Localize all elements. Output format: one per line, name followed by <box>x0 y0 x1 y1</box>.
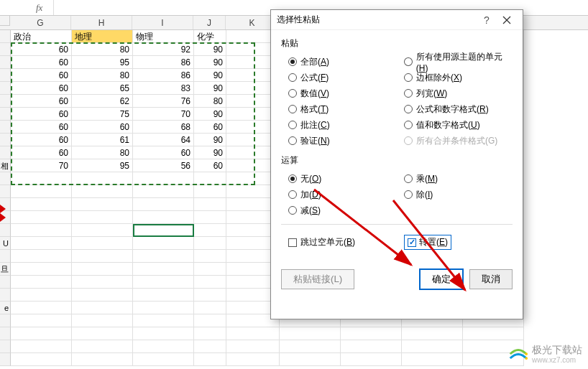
cell[interactable] <box>194 224 226 237</box>
cell[interactable] <box>11 314 72 327</box>
cell[interactable] <box>194 353 226 366</box>
cell[interactable]: 60 <box>72 121 133 134</box>
cell[interactable] <box>11 263 72 276</box>
cell[interactable] <box>133 263 194 276</box>
cell[interactable] <box>133 340 194 353</box>
row-header[interactable] <box>0 146 11 159</box>
cell[interactable]: 80 <box>194 95 226 108</box>
cell[interactable] <box>72 289 133 302</box>
cell[interactable] <box>463 327 524 340</box>
cell[interactable] <box>72 198 133 211</box>
cell[interactable] <box>72 276 133 289</box>
cell[interactable] <box>133 250 194 263</box>
cell[interactable] <box>194 237 226 250</box>
cell[interactable]: 地理 <box>72 30 133 43</box>
cell[interactable] <box>11 211 72 224</box>
cell[interactable] <box>72 172 133 185</box>
cell[interactable] <box>11 289 72 302</box>
cell[interactable] <box>226 353 280 366</box>
row-header[interactable] <box>0 56 11 69</box>
cell[interactable]: 60 <box>194 121 226 134</box>
cell[interactable] <box>194 172 226 185</box>
row-header[interactable] <box>0 69 11 82</box>
cell[interactable] <box>194 340 226 353</box>
cell[interactable] <box>11 198 72 211</box>
cell[interactable]: 61 <box>72 134 133 146</box>
cell[interactable] <box>11 224 72 237</box>
cell[interactable] <box>226 327 280 340</box>
radio-option[interactable]: 公式和数字格式(R) <box>404 101 513 117</box>
row-header[interactable] <box>0 314 11 327</box>
cell[interactable]: 90 <box>194 43 226 56</box>
cell[interactable] <box>194 289 226 302</box>
row-header[interactable] <box>0 30 11 43</box>
cell[interactable] <box>194 327 226 340</box>
row-header[interactable] <box>0 327 11 340</box>
cancel-button[interactable]: 取消 <box>469 269 513 289</box>
cell[interactable] <box>341 340 402 353</box>
cell[interactable] <box>11 353 72 366</box>
row-header[interactable] <box>0 43 11 56</box>
row-header[interactable]: e <box>0 302 11 314</box>
skip-blanks-checkbox[interactable]: 跳过空单元(B) <box>288 235 397 250</box>
cell[interactable]: 65 <box>72 82 133 95</box>
cell[interactable]: 60 <box>11 56 72 69</box>
cell[interactable] <box>133 198 194 211</box>
cell[interactable] <box>72 224 133 237</box>
radio-option[interactable]: 批注(C) <box>288 117 397 133</box>
cell[interactable] <box>341 327 402 340</box>
cell[interactable] <box>194 250 226 263</box>
cell[interactable]: 80 <box>72 146 133 159</box>
cell[interactable] <box>11 185 72 198</box>
cell[interactable] <box>11 327 72 340</box>
row-header[interactable] <box>0 172 11 185</box>
radio-option[interactable]: 数值(V) <box>288 85 397 101</box>
cell[interactable] <box>72 340 133 353</box>
cell[interactable] <box>11 340 72 353</box>
cell[interactable]: 86 <box>133 69 194 82</box>
radio-option[interactable]: 公式(F) <box>288 70 397 85</box>
cell[interactable] <box>194 314 226 327</box>
cell[interactable] <box>194 302 226 314</box>
cell[interactable] <box>133 353 194 366</box>
row-header[interactable] <box>0 82 11 95</box>
row-header[interactable]: 旦 <box>0 263 11 276</box>
cell[interactable]: 62 <box>72 95 133 108</box>
cell[interactable]: 60 <box>11 146 72 159</box>
radio-option[interactable]: 验证(N) <box>288 133 397 149</box>
radio-option[interactable]: 乘(M) <box>404 171 513 187</box>
cell[interactable] <box>72 302 133 314</box>
cell[interactable] <box>72 211 133 224</box>
cell[interactable]: 60 <box>11 43 72 56</box>
column-header-J[interactable]: J <box>193 16 226 29</box>
row-header[interactable] <box>0 121 11 134</box>
cell[interactable] <box>72 237 133 250</box>
cell[interactable] <box>133 302 194 314</box>
cell[interactable]: 政治 <box>11 30 72 43</box>
cell[interactable]: 92 <box>133 43 194 56</box>
cell[interactable] <box>194 276 226 289</box>
cell[interactable] <box>72 263 133 276</box>
radio-option[interactable]: 除(I) <box>404 187 513 202</box>
transpose-checkbox[interactable]: 转置(E) <box>404 235 451 250</box>
cell[interactable]: 60 <box>11 121 72 134</box>
cell[interactable]: 95 <box>72 56 133 69</box>
cell[interactable]: 60 <box>11 82 72 95</box>
row-header[interactable] <box>0 95 11 108</box>
cell[interactable]: 86 <box>133 56 194 69</box>
dialog-titlebar[interactable]: 选择性粘贴 ? <box>271 10 523 30</box>
cell[interactable]: 60 <box>11 95 72 108</box>
cell[interactable] <box>11 237 72 250</box>
cell[interactable] <box>133 327 194 340</box>
cell[interactable] <box>133 185 194 198</box>
cell[interactable]: 75 <box>72 108 133 121</box>
ok-button[interactable]: 确定 <box>419 268 464 290</box>
cell[interactable] <box>72 185 133 198</box>
radio-option[interactable]: 无(O) <box>288 171 397 187</box>
radio-option[interactable]: 全部(A) <box>288 54 397 70</box>
row-header[interactable] <box>0 250 11 263</box>
cell[interactable] <box>133 314 194 327</box>
row-header[interactable] <box>0 353 11 366</box>
cell[interactable] <box>402 327 463 340</box>
cell[interactable]: 物理 <box>133 30 194 43</box>
